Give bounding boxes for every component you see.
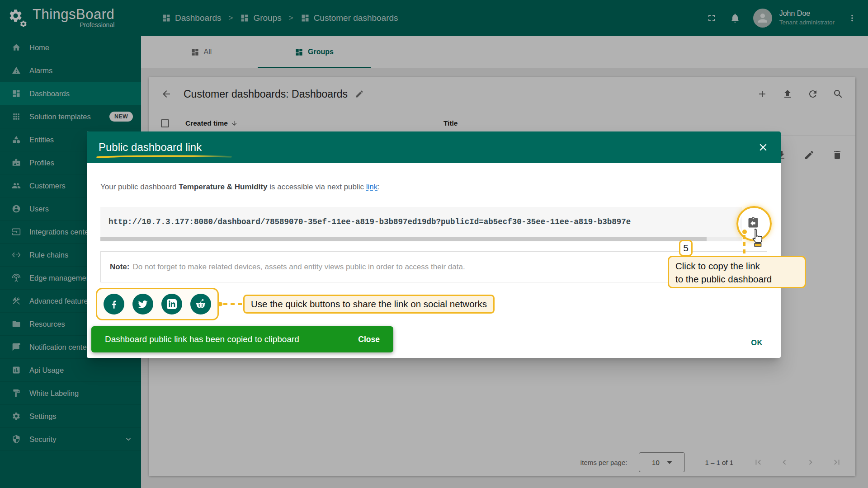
public-dashboard-link-dialog: Public dashboard link Your public dashbo… bbox=[87, 131, 781, 358]
snackbar-close-button[interactable]: Close bbox=[358, 335, 380, 344]
facebook-share-button[interactable] bbox=[104, 294, 124, 314]
twitter-share-button[interactable] bbox=[132, 294, 153, 314]
snackbar-message: Dashboard public link has been copied to… bbox=[105, 334, 299, 344]
linkedin-share-button[interactable] bbox=[161, 294, 182, 314]
dialog-description: Your public dashboard Temperature & Humi… bbox=[100, 183, 380, 192]
ok-button[interactable]: OK bbox=[751, 334, 763, 351]
tutorial-connector-dot bbox=[218, 302, 222, 306]
tutorial-title-highlight bbox=[96, 155, 232, 159]
hand-cursor-icon bbox=[749, 227, 764, 247]
tutorial-connector-line bbox=[743, 235, 745, 256]
url-scrollbar-thumb[interactable] bbox=[100, 237, 707, 241]
dialog-header: Public dashboard link bbox=[87, 131, 781, 163]
tutorial-share-callout: Use the quick buttons to share the link … bbox=[243, 295, 495, 314]
tutorial-connector-line bbox=[223, 303, 243, 305]
app: ThingsBoard Professional Dashboards > Gr… bbox=[0, 0, 868, 488]
dialog-title: Public dashboard link bbox=[99, 141, 202, 154]
dashboard-name: Temperature & Humidity bbox=[179, 183, 267, 191]
public-link[interactable]: link bbox=[366, 183, 378, 191]
tutorial-copy-callout: Click to copy the link to the public das… bbox=[668, 256, 806, 288]
url-scrollbar[interactable] bbox=[100, 237, 742, 241]
snackbar: Dashboard public link has been copied to… bbox=[91, 326, 393, 352]
public-url-field[interactable]: http://10.7.3.177:8080/dashboard/7858907… bbox=[100, 207, 742, 237]
note-text: Do not forget to make related devices, a… bbox=[132, 263, 465, 272]
tutorial-connector-dot bbox=[742, 230, 747, 234]
note-label: Note: bbox=[110, 263, 129, 272]
tutorial-social-highlight-box bbox=[96, 288, 219, 320]
tutorial-step-badge: 5 bbox=[679, 240, 693, 256]
reddit-share-button[interactable] bbox=[190, 294, 211, 314]
note-box: Note: Do not forget to make related devi… bbox=[100, 251, 767, 282]
close-icon[interactable] bbox=[757, 141, 769, 153]
